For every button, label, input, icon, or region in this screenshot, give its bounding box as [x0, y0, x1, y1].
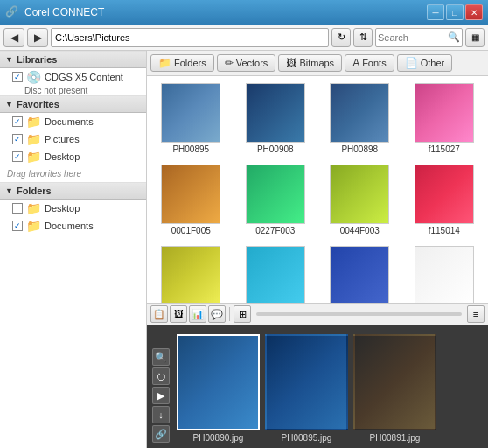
- thumbnail-item-cgs01160[interactable]: CGS01160: [319, 242, 401, 303]
- favorites-label: Favorites: [17, 99, 59, 109]
- maximize-button[interactable]: □: [446, 4, 464, 20]
- filter-folders-button[interactable]: 📁 Folders: [150, 54, 214, 72]
- sidebar-item-cdgs[interactable]: ✓ 💿 CDGS X5 Content: [0, 68, 146, 86]
- view-list-button[interactable]: ≡: [467, 305, 485, 323]
- thumb-image-tt0113m: [415, 246, 474, 303]
- filter-other-label: Other: [421, 58, 445, 68]
- address-input[interactable]: [51, 28, 329, 47]
- tool-chart-button[interactable]: 📊: [189, 305, 206, 323]
- search-icon[interactable]: 🔍: [448, 32, 460, 43]
- thumb-label-ph00908: PH00908: [257, 144, 294, 154]
- thumbnail-item-f115014[interactable]: f115014: [404, 161, 485, 239]
- cdgs-label: CDGS X5 Content: [45, 72, 123, 82]
- thumb-image-ph00895: [161, 83, 220, 143]
- preview-item-ph00891[interactable]: PH00891.jpg: [353, 334, 436, 443]
- desktop-folder-icon: 📁: [26, 201, 41, 215]
- pictures-icon: 📁: [26, 132, 41, 146]
- app-icon: 🔗: [5, 5, 19, 19]
- app-title: Corel CONNECT: [24, 6, 427, 18]
- folders-label: Folders: [17, 186, 52, 196]
- size-slider[interactable]: [256, 312, 462, 316]
- sidebar: ▼ Libraries ✓ 💿 CDGS X5 Content Disc not…: [0, 51, 147, 448]
- desktop-icon: 📁: [26, 150, 41, 164]
- filter-other-button[interactable]: 📄 Other: [397, 54, 453, 72]
- tool-text-button[interactable]: 💬: [208, 305, 226, 323]
- thumbnail-item-ph00908[interactable]: PH00908: [235, 80, 317, 158]
- sidebar-item-pictures[interactable]: ✓ 📁 Pictures: [0, 130, 146, 148]
- favorites-header[interactable]: ▼ Favorites: [0, 95, 146, 113]
- documents-checkbox[interactable]: ✓: [12, 116, 23, 127]
- folders-chevron: ▼: [5, 186, 13, 195]
- desktop-label: Desktop: [45, 151, 80, 162]
- pictures-checkbox[interactable]: ✓: [12, 134, 23, 144]
- filter-vectors-label: Vectors: [236, 58, 268, 68]
- other-filter-icon: 📄: [405, 57, 418, 69]
- minimize-button[interactable]: ─: [427, 4, 444, 20]
- thumbnail-item-0044f003[interactable]: 0044F003: [319, 161, 401, 239]
- documents-folder-label: Documents: [45, 220, 94, 231]
- bitmaps-filter-icon: 🖼: [286, 57, 296, 69]
- preview-zoom-icon[interactable]: 🔍: [152, 348, 170, 366]
- refresh-button[interactable]: ↻: [331, 28, 351, 47]
- thumbnail-grid: PH00895 PH00908 PH00898 f115027 0001F005…: [147, 76, 488, 303]
- thumb-image-cgs01160: [330, 246, 389, 303]
- thumbnail-item-tt0113m[interactable]: tt0113m_: [404, 242, 485, 303]
- sync-button[interactable]: ⇅: [353, 28, 373, 47]
- folders-filter-icon: 📁: [158, 57, 171, 69]
- thumb-label-0227f003: 0227F003: [255, 226, 295, 235]
- view-button[interactable]: ▦: [465, 28, 485, 47]
- filter-vectors-button[interactable]: ✏ Vectors: [217, 54, 276, 72]
- thumbnail-item-0227f003[interactable]: 0227F003: [235, 161, 317, 239]
- toolbar-separator: [229, 307, 230, 321]
- thumb-image-0001f005: [161, 164, 220, 224]
- desktop-checkbox[interactable]: ✓: [12, 151, 23, 162]
- sidebar-item-desktop-folder[interactable]: 📁 Desktop: [0, 200, 146, 217]
- preview-download-icon[interactable]: ↓: [152, 406, 170, 424]
- forward-button[interactable]: ▶: [27, 28, 48, 47]
- sidebar-item-documents-folder[interactable]: ✓ 📁 Documents: [0, 217, 146, 234]
- tool-image-button[interactable]: 🖼: [170, 305, 187, 323]
- back-button[interactable]: ◀: [3, 28, 24, 47]
- vectors-filter-icon: ✏: [225, 57, 234, 69]
- thumbnail-item-cgs01098[interactable]: CGS01098: [235, 242, 317, 303]
- title-bar: 🔗 Corel CONNECT ─ □ ✕: [0, 0, 488, 24]
- documents-label: Documents: [45, 116, 94, 127]
- libraries-header[interactable]: ▼ Libraries: [0, 51, 146, 68]
- filter-bitmaps-button[interactable]: 🖼 Bitmaps: [278, 54, 342, 72]
- desktop-folder-checkbox[interactable]: [12, 203, 23, 214]
- libraries-chevron: ▼: [5, 55, 13, 64]
- preview-item-ph00895[interactable]: PH00895.jpg: [265, 334, 348, 443]
- thumbnail-item-f115027[interactable]: f115027: [404, 80, 485, 158]
- thumb-label-0044f003: 0044F003: [340, 226, 380, 235]
- thumbnail-item-0001f005[interactable]: 0001F005: [150, 161, 232, 239]
- preview-link-icon[interactable]: 🔗: [152, 425, 170, 443]
- preview-item-ph00890[interactable]: PH00890.jpg: [177, 334, 260, 443]
- favorites-chevron: ▼: [5, 100, 13, 108]
- search-input[interactable]: [378, 32, 448, 43]
- preview-rotate-icon[interactable]: ⭮: [152, 368, 170, 385]
- cdgs-checkbox[interactable]: ✓: [12, 72, 23, 82]
- thumbnail-item-ph00895[interactable]: PH00895: [150, 80, 232, 158]
- thumb-label-f115027: f115027: [429, 144, 460, 154]
- tool-send-button[interactable]: 📋: [150, 305, 168, 323]
- view-grid-button[interactable]: ⊞: [234, 305, 251, 323]
- filter-fonts-button[interactable]: A Fonts: [345, 54, 394, 72]
- thumb-image-f115014: [415, 164, 474, 224]
- filter-bitmaps-label: Bitmaps: [299, 58, 334, 68]
- filter-fonts-label: Fonts: [362, 58, 387, 68]
- thumb-label-0001f005: 0001F005: [171, 226, 211, 235]
- thumbnail-item-cgs01151[interactable]: CGS01151: [150, 242, 232, 303]
- cdgs-sublabel: Disc not present: [0, 86, 146, 95]
- main-layout: ▼ Libraries ✓ 💿 CDGS X5 Content Disc not…: [0, 51, 488, 448]
- thumb-image-ph00908: [246, 83, 305, 143]
- thumbnail-item-ph00898[interactable]: PH00898: [319, 80, 401, 158]
- sidebar-item-documents[interactable]: ✓ 📁 Documents: [0, 113, 146, 130]
- preview-image-ph00895: [265, 334, 348, 430]
- sidebar-item-desktop[interactable]: ✓ 📁 Desktop: [0, 148, 146, 165]
- preview-side-icons: 🔍 ⭮ ▶ ↓ 🔗: [152, 348, 171, 443]
- folders-header[interactable]: ▼ Folders: [0, 182, 146, 200]
- documents-folder-checkbox[interactable]: ✓: [12, 220, 23, 231]
- filter-folders-label: Folders: [174, 58, 206, 68]
- close-button[interactable]: ✕: [465, 4, 483, 20]
- preview-play-icon[interactable]: ▶: [152, 387, 170, 404]
